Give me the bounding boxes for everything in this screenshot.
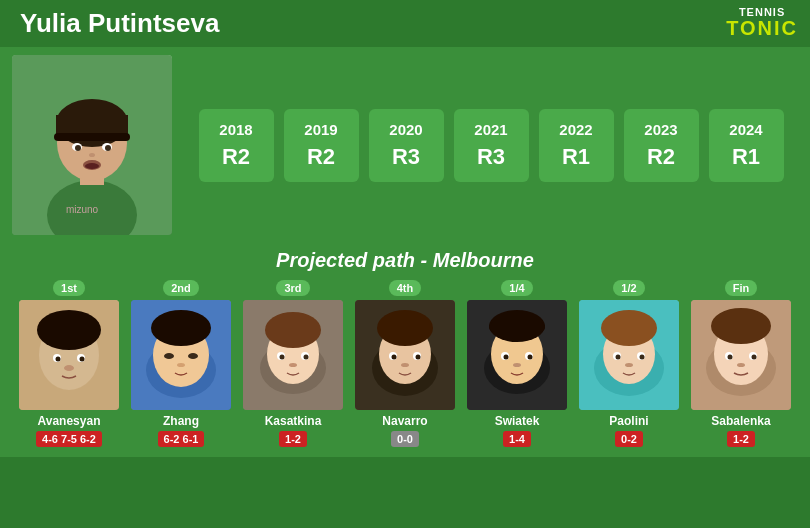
year-card: 2022 R1 <box>539 109 614 182</box>
year-label: 2018 <box>219 121 252 138</box>
svg-point-73 <box>728 355 733 360</box>
svg-point-13 <box>85 163 99 169</box>
score-badge: 1-4 <box>503 431 531 447</box>
year-card: 2021 R3 <box>454 109 529 182</box>
round-badge: 4th <box>389 280 422 296</box>
opponent-photo <box>243 300 343 410</box>
svg-point-20 <box>56 357 61 362</box>
year-round: R3 <box>477 144 505 170</box>
svg-point-66 <box>625 363 633 367</box>
year-card: 2023 R2 <box>624 109 699 182</box>
round-badge: 1st <box>53 280 85 296</box>
score-badge: 0-0 <box>391 431 419 447</box>
opponent-name: Navarro <box>382 414 427 428</box>
svg-point-65 <box>640 355 645 360</box>
svg-point-55 <box>504 355 509 360</box>
svg-point-28 <box>188 353 198 359</box>
year-label: 2023 <box>644 121 677 138</box>
svg-point-47 <box>401 363 409 367</box>
round-badge: 1/2 <box>613 280 644 296</box>
svg-point-9 <box>75 145 81 151</box>
year-round: R2 <box>647 144 675 170</box>
year-round: R1 <box>562 144 590 170</box>
score-badge: 0-2 <box>615 431 643 447</box>
opponent-card: 4th Navarro 0-0 <box>352 280 458 447</box>
year-round: R3 <box>392 144 420 170</box>
players-row: 1st Avanesyan 4-6 7-5 6-2 2nd Zhang 6-2 … <box>12 280 798 447</box>
svg-point-33 <box>265 312 321 348</box>
svg-point-10 <box>105 145 111 151</box>
opponent-photo <box>467 300 567 410</box>
svg-point-17 <box>37 310 101 350</box>
opponent-card: 2nd Zhang 6-2 6-1 <box>128 280 234 447</box>
opponent-photo <box>355 300 455 410</box>
header: Yulia Putintseva TENNIS TONIC <box>0 0 810 47</box>
svg-point-56 <box>528 355 533 360</box>
svg-point-27 <box>164 353 174 359</box>
year-round: R2 <box>222 144 250 170</box>
svg-point-45 <box>392 355 397 360</box>
opponent-photo <box>691 300 791 410</box>
years-grid: 2018 R2 2019 R2 2020 R3 2021 R3 2022 R1 … <box>184 109 798 182</box>
opponent-name: Paolini <box>609 414 648 428</box>
year-label: 2022 <box>559 121 592 138</box>
year-label: 2021 <box>474 121 507 138</box>
score-badge: 6-2 6-1 <box>158 431 205 447</box>
round-badge: 3rd <box>276 280 309 296</box>
round-badge: Fin <box>725 280 758 296</box>
opponent-card: 1/2 Paolini 0-2 <box>576 280 682 447</box>
opponent-card: 1/4 Swiatek 1-4 <box>464 280 570 447</box>
svg-point-57 <box>513 363 521 367</box>
svg-point-61 <box>601 310 657 346</box>
opponent-name: Kasatkina <box>265 414 322 428</box>
top-section: mizuno 2018 R2 2019 R2 2020 R3 2021 R3 2… <box>0 47 810 243</box>
year-label: 2019 <box>304 121 337 138</box>
svg-point-11 <box>89 153 95 157</box>
year-round: R2 <box>307 144 335 170</box>
opponent-card: Fin Sabalenka 1-2 <box>688 280 794 447</box>
logo-tonic: TONIC <box>726 18 798 38</box>
year-label: 2024 <box>729 121 762 138</box>
svg-point-22 <box>64 365 74 371</box>
year-card: 2018 R2 <box>199 109 274 182</box>
svg-point-64 <box>616 355 621 360</box>
svg-point-74 <box>752 355 757 360</box>
opponent-card: 3rd Kasatkina 1-2 <box>240 280 346 447</box>
player-name: Yulia Putintseva <box>20 8 219 39</box>
year-round: R1 <box>732 144 760 170</box>
svg-point-46 <box>416 355 421 360</box>
svg-point-26 <box>151 310 211 346</box>
round-badge: 1/4 <box>501 280 532 296</box>
opponent-photo <box>579 300 679 410</box>
svg-point-29 <box>177 363 185 367</box>
svg-point-42 <box>377 310 433 346</box>
opponent-name: Avanesyan <box>38 414 101 428</box>
projected-section: Projected path - Melbourne 1st Avanesyan… <box>0 243 810 457</box>
logo-area: TENNIS TONIC <box>726 6 798 38</box>
score-badge: 1-2 <box>279 431 307 447</box>
svg-rect-52 <box>489 322 545 332</box>
opponent-name: Sabalenka <box>711 414 770 428</box>
opponent-name: Swiatek <box>495 414 540 428</box>
round-badge: 2nd <box>163 280 199 296</box>
opponent-photo <box>19 300 119 410</box>
projected-title: Projected path - Melbourne <box>12 249 798 272</box>
year-card: 2019 R2 <box>284 109 359 182</box>
opponent-photo <box>131 300 231 410</box>
svg-point-37 <box>304 355 309 360</box>
svg-point-70 <box>711 308 771 344</box>
score-badge: 1-2 <box>727 431 755 447</box>
player-photo: mizuno <box>12 55 172 235</box>
year-label: 2020 <box>389 121 422 138</box>
svg-rect-6 <box>54 133 130 141</box>
score-badge: 4-6 7-5 6-2 <box>36 431 102 447</box>
svg-point-21 <box>80 357 85 362</box>
opponent-card: 1st Avanesyan 4-6 7-5 6-2 <box>16 280 122 447</box>
svg-rect-5 <box>56 115 128 135</box>
svg-point-38 <box>289 363 297 367</box>
year-card: 2020 R3 <box>369 109 444 182</box>
year-card: 2024 R1 <box>709 109 784 182</box>
svg-point-36 <box>280 355 285 360</box>
svg-point-75 <box>737 363 745 367</box>
opponent-name: Zhang <box>163 414 199 428</box>
